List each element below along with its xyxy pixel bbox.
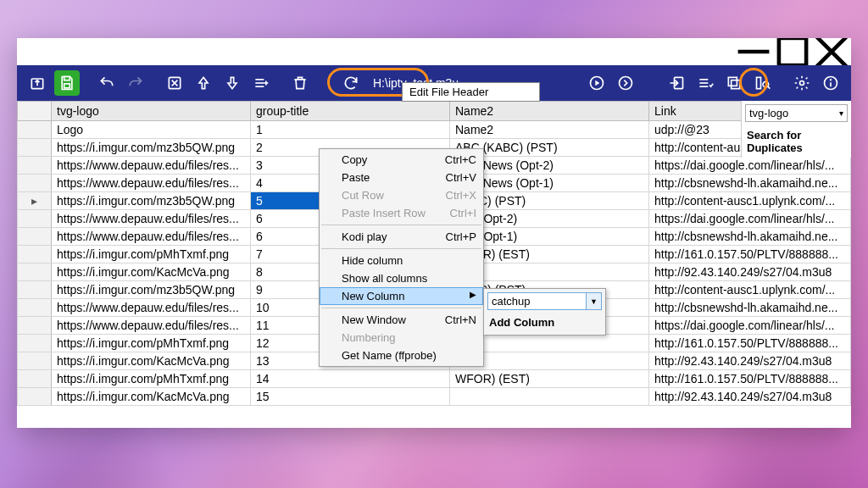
- row-marker: [18, 175, 52, 192]
- table-row[interactable]: https://i.imgur.com/pMhTxmf.png14WFOR) (…: [18, 370, 851, 388]
- cell-tvglogo[interactable]: https://i.imgur.com/KacMcVa.png: [52, 352, 251, 370]
- cell-tvglogo[interactable]: https://i.imgur.com/mz3b5QW.png: [52, 281, 251, 299]
- cell-link[interactable]: http://161.0.157.50/PLTV/888888...: [649, 370, 851, 388]
- cell-tvglogo[interactable]: Logo: [52, 121, 251, 139]
- svg-rect-19: [728, 77, 737, 86]
- cell-link[interactable]: http://cbsnewshd-lh.akamaihd.ne...: [649, 175, 851, 192]
- row-marker: [18, 139, 52, 157]
- delete-cell-icon[interactable]: [163, 71, 186, 95]
- cell-tvglogo[interactable]: https://www.depauw.edu/files/res...: [52, 317, 251, 335]
- ctx-get-name[interactable]: Get Name (ffprobe): [320, 347, 483, 364]
- dup-column-select[interactable]: tvg-logo: [745, 104, 848, 122]
- cell-tvglogo[interactable]: https://i.imgur.com/mz3b5QW.png: [52, 192, 251, 210]
- add-row-icon[interactable]: [249, 71, 273, 95]
- ctx-hide-column[interactable]: Hide column: [320, 252, 483, 269]
- cell-tvglogo[interactable]: https://www.depauw.edu/files/res...: [52, 157, 251, 175]
- edit-file-header-tooltip[interactable]: Edit File Header: [402, 82, 540, 102]
- rowmark-header[interactable]: [18, 102, 52, 121]
- new-column-dropdown[interactable]: ▼: [587, 292, 602, 310]
- ctx-copy[interactable]: CopyCtrl+C: [320, 151, 483, 169]
- cell-tvglogo[interactable]: https://www.depauw.edu/files/res...: [52, 299, 251, 317]
- cell-tvglogo[interactable]: https://i.imgur.com/pMhTxmf.png: [52, 335, 251, 352]
- row-marker: [18, 388, 52, 406]
- cell-link[interactable]: http://92.43.140.249/s27/04.m3u8: [649, 388, 851, 406]
- check-list-icon[interactable]: [693, 71, 717, 95]
- cell-link[interactable]: http://92.43.140.249/s27/04.m3u8: [649, 263, 851, 281]
- table-row[interactable]: https://i.imgur.com/KacMcVa.png15http://…: [18, 388, 851, 406]
- refresh-icon[interactable]: [339, 71, 363, 95]
- add-column-button[interactable]: Add Column: [487, 313, 602, 331]
- ctx-show-all[interactable]: Show all columns: [320, 269, 483, 287]
- ctx-new-window[interactable]: New WindowCtrl+N: [320, 311, 483, 329]
- cell-link[interactable]: http://cbsnewshd-lh.akamaihd.ne...: [649, 228, 851, 246]
- search-col-icon[interactable]: [751, 71, 775, 95]
- cell-tvglogo[interactable]: https://www.depauw.edu/files/res...: [52, 175, 251, 192]
- ctx-paste-insert[interactable]: Paste Insert RowCtrl+I: [320, 204, 483, 222]
- info-icon[interactable]: [819, 71, 843, 95]
- import-icon[interactable]: [665, 71, 688, 95]
- play-icon[interactable]: [585, 71, 609, 95]
- ctx-kodi-play[interactable]: Kodi playCtrl+P: [320, 228, 483, 246]
- cell-grouptitle[interactable]: 14: [251, 370, 450, 388]
- trash-icon[interactable]: [288, 71, 312, 95]
- ctx-cut-row[interactable]: Cut RowCtrl+X: [320, 186, 483, 204]
- cell-link[interactable]: http://cbsnewshd-lh.akamaihd.ne...: [649, 299, 851, 317]
- ctx-numbering[interactable]: Numbering: [320, 329, 483, 347]
- row-marker: [18, 335, 52, 352]
- row-marker: [18, 370, 52, 388]
- table-row[interactable]: Logo1Name2udp://@23: [18, 121, 851, 139]
- ctx-new-column[interactable]: New Column▶: [320, 287, 483, 305]
- titlebar: [17, 38, 851, 65]
- duplicate-icon[interactable]: [722, 71, 746, 95]
- cell-link[interactable]: http://content-ausc1.uplynk.com/...: [649, 281, 851, 299]
- cell-grouptitle[interactable]: 15: [251, 388, 450, 406]
- row-marker: [18, 246, 52, 263]
- new-column-input[interactable]: [487, 292, 587, 310]
- cell-link[interactable]: http://161.0.157.50/PLTV/888888...: [649, 335, 851, 352]
- cell-link[interactable]: http://content-ausc1.uplynk.com/...: [649, 192, 851, 210]
- cell-tvglogo[interactable]: https://i.imgur.com/KacMcVa.png: [52, 263, 251, 281]
- cell-link[interactable]: http://161.0.157.50/PLTV/888888...: [649, 246, 851, 263]
- close-button[interactable]: [812, 38, 851, 65]
- cell-link[interactable]: https://dai.google.com/linear/hls/...: [649, 317, 851, 335]
- col-name2[interactable]: Name2: [450, 102, 649, 121]
- cell-tvglogo[interactable]: https://www.depauw.edu/files/res...: [52, 228, 251, 246]
- row-marker: [18, 210, 52, 228]
- row-marker: [18, 281, 52, 299]
- settings-icon[interactable]: [790, 71, 814, 95]
- search-duplicates-button[interactable]: Search for Duplicates: [742, 125, 851, 158]
- svg-rect-21: [757, 77, 761, 88]
- redo-icon[interactable]: [124, 71, 147, 95]
- svg-point-27: [831, 80, 832, 80]
- new-column-submenu: ▼ Add Column: [483, 288, 606, 336]
- move-up-icon[interactable]: [192, 71, 215, 95]
- side-panel: tvg-logo Search for Duplicates: [741, 101, 851, 158]
- cell-name2[interactable]: WFOR) (EST): [450, 370, 649, 388]
- row-marker: [18, 121, 52, 139]
- cell-tvglogo[interactable]: https://i.imgur.com/pMhTxmf.png: [52, 370, 251, 388]
- col-tvglogo[interactable]: tvg-logo: [52, 102, 251, 121]
- cell-link[interactable]: https://dai.google.com/linear/hls/...: [649, 210, 851, 228]
- row-marker: ▸: [18, 192, 52, 210]
- next-icon[interactable]: [614, 71, 637, 95]
- svg-rect-6: [64, 84, 70, 88]
- col-grouptitle[interactable]: group-title: [251, 102, 450, 121]
- ctx-paste[interactable]: PasteCtrl+V: [320, 169, 483, 186]
- undo-icon[interactable]: [95, 71, 119, 95]
- context-menu: CopyCtrl+C PasteCtrl+V Cut RowCtrl+X Pas…: [319, 148, 484, 367]
- cell-tvglogo[interactable]: https://i.imgur.com/KacMcVa.png: [52, 388, 251, 406]
- cell-grouptitle[interactable]: 1: [251, 121, 450, 139]
- cell-tvglogo[interactable]: https://www.depauw.edu/files/res...: [52, 210, 251, 228]
- save-icon[interactable]: [54, 70, 80, 96]
- cell-name2[interactable]: Name2: [450, 121, 649, 139]
- cell-tvglogo[interactable]: https://i.imgur.com/mz3b5QW.png: [52, 139, 251, 157]
- cell-link[interactable]: https://dai.google.com/linear/hls/...: [649, 157, 851, 175]
- move-down-icon[interactable]: [220, 71, 244, 95]
- cell-link[interactable]: http://92.43.140.249/s27/04.m3u8: [649, 352, 851, 370]
- open-file-icon[interactable]: [25, 71, 49, 95]
- minimize-button[interactable]: [734, 38, 773, 65]
- svg-point-24: [800, 81, 804, 86]
- cell-name2[interactable]: [450, 388, 649, 406]
- cell-tvglogo[interactable]: https://i.imgur.com/pMhTxmf.png: [52, 246, 251, 263]
- maximize-button[interactable]: [773, 38, 812, 65]
